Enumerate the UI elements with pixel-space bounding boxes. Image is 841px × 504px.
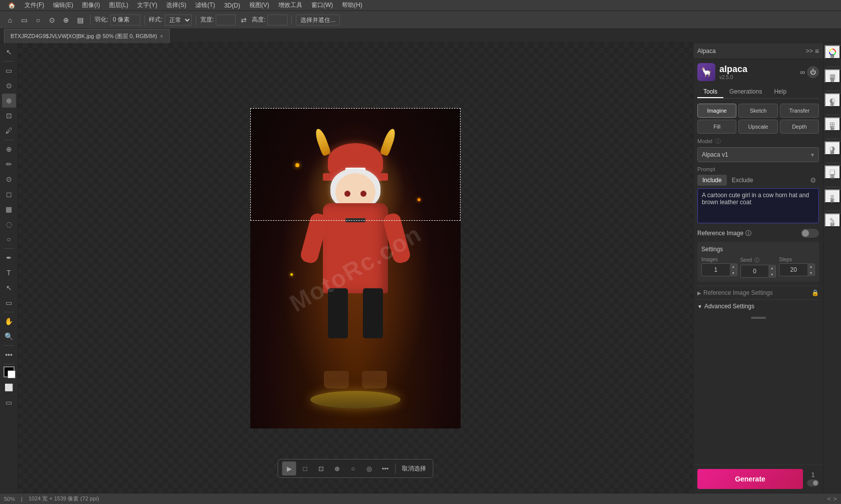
nav-generations[interactable]: Generations — [723, 86, 768, 98]
tool-gradient[interactable]: ▦ — [2, 202, 16, 216]
mode-transfer[interactable]: Transfer — [780, 104, 819, 118]
menu-plugins[interactable]: 增效工具 — [274, 0, 306, 11]
tool-lasso[interactable]: ⊙ — [2, 79, 16, 93]
canvas-tool-circle[interactable]: ○ — [346, 461, 360, 475]
nav-help[interactable]: Help — [768, 86, 792, 98]
mode-depth[interactable]: Depth — [780, 120, 819, 134]
prompt-settings-icon[interactable]: ⚙ — [807, 174, 819, 186]
select-mask-btn[interactable]: 选择并遮住... — [296, 15, 340, 26]
style-select[interactable]: 正常 — [165, 15, 192, 26]
tool-eyedropper[interactable]: 🖊 — [2, 124, 16, 138]
menu-help[interactable]: 帮助(H) — [338, 0, 366, 11]
canvas-tool-more[interactable]: ••• — [378, 461, 392, 475]
advanced-settings-row[interactable]: ▼ Advanced Settings — [697, 299, 819, 313]
images-down-btn[interactable]: ▼ — [730, 270, 737, 276]
mode-imagine[interactable]: Imagine — [697, 104, 736, 118]
fr-layers-btn[interactable]: ❏ — [824, 165, 840, 179]
seed-down-btn[interactable]: ▼ — [768, 271, 775, 278]
status-prev-btn[interactable]: < — [827, 495, 831, 502]
fr-channels-btn[interactable]: ≡ — [824, 189, 840, 203]
mode-sketch[interactable]: Sketch — [738, 104, 777, 118]
tool-quick-mask[interactable]: ⬜ — [2, 380, 16, 394]
height-input[interactable] — [267, 15, 287, 26]
tool-heal[interactable]: ⊕ — [2, 142, 16, 156]
canvas-tool-pointer[interactable]: ▶ — [282, 461, 296, 475]
tool-crop[interactable]: ⊡ — [2, 109, 16, 123]
model-select[interactable]: Alpaca v1 — [697, 147, 819, 162]
generate-btn[interactable]: Generate — [697, 469, 803, 489]
menu-edit[interactable]: 编辑(E) — [49, 0, 77, 11]
alpaca-menu-btn[interactable]: ≡ — [815, 47, 819, 55]
tool-magic-wand[interactable]: ⊕ — [2, 94, 16, 108]
menu-image[interactable]: 图像(I) — [78, 0, 104, 11]
background-color[interactable] — [8, 370, 16, 378]
toolbar-select-ellipse-btn[interactable]: ○ — [32, 14, 44, 26]
swap-wh-btn[interactable]: ⇄ — [238, 14, 250, 26]
nav-tools[interactable]: Tools — [697, 86, 723, 98]
feather-input[interactable] — [110, 15, 140, 26]
fr-swatches-btn[interactable]: ▦ — [824, 69, 840, 83]
tool-shape[interactable]: ▭ — [2, 296, 16, 310]
fr-adjust-btn[interactable]: ◑ — [824, 141, 840, 155]
seed-input[interactable] — [741, 268, 769, 275]
tool-dodge[interactable]: ○ — [2, 232, 16, 246]
gen-toggle[interactable] — [807, 479, 819, 486]
toolbar-select-col-btn[interactable]: ▤ — [74, 14, 86, 26]
fr-gradient-btn[interactable]: ◐ — [824, 93, 840, 107]
prompt-textarea[interactable]: A cartoon cute girl in a cow horn hat an… — [697, 188, 819, 223]
fr-paths-btn[interactable]: ✎ — [824, 213, 840, 227]
images-input[interactable] — [702, 266, 730, 273]
ref-image-toggle[interactable] — [801, 229, 819, 238]
tool-path-select[interactable]: ↖ — [2, 281, 16, 295]
tab-close-btn[interactable]: × — [160, 34, 163, 39]
fr-color-btn[interactable] — [824, 45, 840, 59]
status-next-btn[interactable]: > — [833, 495, 837, 502]
alpaca-expand-btn[interactable]: >> — [806, 47, 813, 55]
prompt-tab-exclude[interactable]: Exclude — [727, 175, 758, 186]
steps-down-btn[interactable]: ▼ — [807, 270, 814, 276]
tool-rect-select[interactable]: ▭ — [2, 64, 16, 78]
canvas-tool-eye[interactable]: ◎ — [362, 461, 376, 475]
menu-file[interactable]: 文件(F) — [21, 0, 48, 11]
menu-view[interactable]: 视图(V) — [245, 0, 273, 11]
tool-more[interactable]: ••• — [2, 348, 16, 362]
prompt-tab-include[interactable]: Include — [697, 175, 727, 186]
tool-blur[interactable]: ◌ — [2, 217, 16, 231]
steps-up-btn[interactable]: ▲ — [807, 263, 814, 270]
seed-up-btn[interactable]: ▲ — [768, 265, 775, 271]
menu-layer[interactable]: 图层(L) — [105, 0, 133, 11]
canvas-area[interactable]: MotoRc.con ▶ □ ⊡ ⊕ ○ ◎ ••• 取消选择 — [18, 43, 693, 493]
menu-select[interactable]: 选择(S) — [162, 0, 190, 11]
menu-text[interactable]: 文字(Y) — [133, 0, 161, 11]
menu-filter[interactable]: 滤镜(T) — [191, 0, 219, 11]
toolbar-home-btn[interactable]: ⌂ — [4, 14, 16, 26]
mode-upscale[interactable]: Upscale — [738, 120, 777, 134]
tool-screen-mode[interactable]: ▭ — [2, 395, 16, 409]
menu-window[interactable]: 窗口(W) — [307, 0, 337, 11]
menu-home[interactable]: 🏠 — [4, 1, 20, 10]
toolbar-select-move-btn[interactable]: ⊕ — [60, 14, 72, 26]
canvas-tool-warp[interactable]: ⊕ — [330, 461, 344, 475]
ref-image-settings-row[interactable]: ▶ Reference Image Settings 🔒 — [697, 286, 819, 299]
mode-fill[interactable]: Fill — [697, 120, 736, 134]
steps-input[interactable] — [779, 266, 807, 273]
toolbar-select-rect-btn[interactable]: ▭ — [18, 14, 30, 26]
fr-props-btn[interactable]: ⊞ — [824, 117, 840, 131]
tool-zoom[interactable]: 🔍 — [2, 329, 16, 343]
tool-hand[interactable]: ✋ — [2, 314, 16, 328]
tool-eraser[interactable]: ◻ — [2, 187, 16, 201]
images-up-btn[interactable]: ▲ — [730, 263, 737, 270]
width-input[interactable] — [216, 15, 236, 26]
canvas-tool-rect[interactable]: □ — [298, 461, 312, 475]
tool-clone[interactable]: ⊙ — [2, 172, 16, 186]
menu-3d[interactable]: 3D(D) — [220, 1, 244, 10]
tool-brush[interactable]: ✏ — [2, 157, 16, 171]
tool-text[interactable]: T — [2, 266, 16, 280]
canvas-tool-transform[interactable]: ⊡ — [314, 461, 328, 475]
foreground-color[interactable] — [4, 366, 15, 377]
power-btn[interactable]: ⏻ — [807, 66, 819, 78]
tool-move[interactable]: ↖ — [2, 45, 16, 59]
cancel-selection-btn[interactable]: 取消选择 — [399, 463, 429, 474]
toolbar-select-lasso-btn[interactable]: ⊙ — [46, 14, 58, 26]
tool-pen[interactable]: ✒ — [2, 251, 16, 265]
